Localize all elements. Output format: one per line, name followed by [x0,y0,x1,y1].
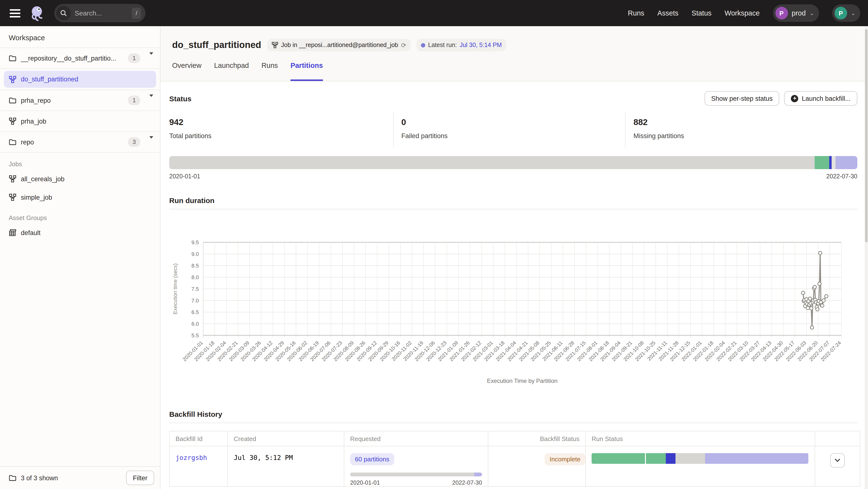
requested-end-date: 2022-07-30 [452,479,482,486]
launch-backfill-button[interactable]: + Launch backfill... [784,91,857,106]
sidebar-item-label: prha_repo [21,97,51,104]
deployment-name: prod [792,9,806,17]
requested-start-date: 2020-01-01 [350,479,380,486]
job-origin-tag[interactable]: Job in __reposi...artitioned@partitioned… [267,39,410,52]
sidebar-item-prha-repo[interactable]: prha_repo 1 [0,90,160,111]
dagster-logo-icon[interactable] [28,4,45,22]
sidebar-item-repository-do-stuff[interactable]: __repository__do_stuff_partitio... 1 [0,48,160,69]
partition-bar-start-date: 2020-01-01 [169,173,200,180]
col-run-status: Run Status [586,431,815,446]
table-header-row: Backfill Id Created Requested Backfill S… [169,431,860,446]
svg-text:5.5: 5.5 [191,332,199,338]
requested-partitions-badge[interactable]: 60 partitions [350,453,394,465]
scrollbar-thumb[interactable] [865,29,868,242]
svg-text:6.5: 6.5 [191,309,199,315]
show-per-step-status-button[interactable]: Show per-step status [704,91,779,106]
tab-launchpad[interactable]: Launchpad [214,60,249,81]
page-title: do_stuff_partitioned [172,40,261,51]
sidebar-item-simple-job[interactable]: simple_job [0,188,160,206]
jobs-section-heading: Jobs [0,153,160,170]
svg-text:6.0: 6.0 [191,321,199,327]
status-heading: Status [169,94,191,102]
user-menu[interactable]: P ⌄ [832,4,860,22]
search-input[interactable] [75,9,119,17]
partition-stats: 942 Total partitions 0 Failed partitions… [169,111,857,147]
hamburger-menu-icon[interactable] [10,9,20,17]
reload-icon[interactable]: ⟳ [401,41,406,49]
svg-text:9.5: 9.5 [191,239,199,246]
job-count-badge: 1 [128,53,140,63]
expand-caret-icon[interactable] [149,97,153,104]
folder-icon [9,96,17,104]
stat-missing-partitions: 882 Missing partitions [626,111,857,147]
folder-icon [9,138,17,146]
job-icon [271,42,278,48]
filter-button[interactable]: Filter [126,470,154,485]
latest-run-tag: Latest run: Jul 30, 5:14 PM [416,39,506,52]
backfill-history-heading: Backfill History [169,410,857,418]
job-count-badge: 1 [128,95,140,105]
expand-caret-icon[interactable] [149,55,153,62]
expand-caret-icon[interactable] [149,138,153,145]
deployment-switcher[interactable]: P prod ⌄ [773,4,819,22]
global-search[interactable]: / [54,4,146,22]
col-created: Created [228,431,344,446]
svg-text:7.0: 7.0 [191,298,199,304]
expand-row-button[interactable] [830,453,845,468]
nav-link-runs[interactable]: Runs [628,9,645,17]
backfill-history-table: Backfill Id Created Requested Backfill S… [169,431,860,487]
sidebar-item-label: default [21,229,40,236]
table-row: jozrgsbh Jul 30, 5:12 PM 60 partitions 2… [169,446,860,486]
sidebar-item-label: simple_job [21,194,52,201]
latest-run-link[interactable]: Jul 30, 5:14 PM [460,42,502,48]
backfill-created-time: Jul 30, 5:12 PM [234,454,293,461]
search-shortcut-key: / [132,7,141,19]
sidebar-footer: 3 of 3 shown Filter [0,466,160,489]
job-icon [9,175,17,183]
sidebar-item-prha-job[interactable]: prha_job [0,111,160,132]
run-status-bar[interactable] [592,453,808,464]
chevron-down-icon [835,458,840,462]
sidebar-item-default-asset-group[interactable]: default [0,223,160,242]
partition-bar-end-date: 2022-07-30 [826,173,857,180]
sidebar-item-all-cereals-job[interactable]: all_cereals_job [0,170,160,188]
top-nav: / Runs Assets Status Workspace P prod ⌄ … [0,0,868,26]
sidebar-item-label: repo [21,138,34,145]
svg-text:9.0: 9.0 [191,251,199,257]
sidebar-item-label: __repository__do_stuff_partitio... [21,55,116,62]
job-icon [9,75,17,83]
svg-text:8.0: 8.0 [191,274,199,280]
main-panel: do_stuff_partitioned Job in __reposi...a… [160,26,868,489]
asset-group-icon [9,229,17,236]
requested-partitions-bar [350,472,482,477]
col-requested: Requested [344,431,488,446]
tab-overview[interactable]: Overview [172,60,202,81]
nav-link-status[interactable]: Status [691,9,711,17]
sidebar-item-repo[interactable]: repo 3 [0,132,160,153]
deployment-avatar: P [775,7,788,20]
tab-runs[interactable]: Runs [261,60,278,81]
plus-circle-icon: + [791,95,798,102]
job-count-badge: 3 [128,137,140,147]
partition-status-bar[interactable] [169,156,857,169]
sidebar-item-label: all_cereals_job [21,175,64,183]
sidebar-item-do-stuff-partitioned[interactable]: do_stuff_partitioned [4,71,156,88]
chevron-down-icon: ⌄ [810,10,814,16]
chevron-down-icon: ⌄ [851,10,856,16]
col-actions [815,431,860,446]
search-icon [56,6,71,20]
backfill-status-badge: Incomplete [545,453,585,465]
stat-total-partitions: 942 Total partitions [169,111,394,147]
job-tabs: Overview Launchpad Runs Partitions [172,60,857,81]
tab-partitions[interactable]: Partitions [290,60,323,81]
main-scrollbar[interactable] [865,26,868,489]
shown-count-label: 3 of 3 shown [21,474,58,482]
backfill-id-link[interactable]: jozrgsbh [176,454,207,461]
folder-icon [9,474,17,482]
sidebar-item-label: prha_job [21,118,46,125]
run-duration-heading: Run duration [169,196,857,204]
svg-text:Execution time (secs): Execution time (secs) [172,263,178,314]
folder-icon [9,54,17,62]
nav-link-workspace[interactable]: Workspace [725,9,760,17]
nav-link-assets[interactable]: Assets [657,9,678,17]
